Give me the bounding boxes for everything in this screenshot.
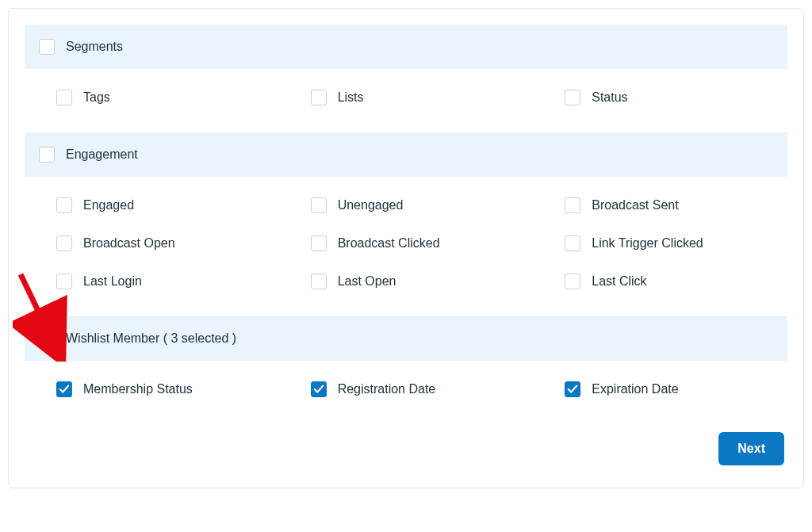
item-last-login: Last Login — [25, 262, 279, 300]
item-tags: Tags — [25, 78, 279, 117]
label-tags: Tags — [83, 90, 110, 105]
label-broadcast-open: Broadcast Open — [83, 236, 175, 251]
checkbox-engaged[interactable] — [56, 197, 72, 213]
item-link-trigger-clicked: Link Trigger Clicked — [533, 224, 787, 262]
section-label-engagement: Engagement — [66, 147, 138, 162]
label-last-login: Last Login — [83, 274, 142, 289]
checkbox-last-login[interactable] — [56, 274, 72, 289]
item-membership-status: Membership Status — [25, 370, 279, 408]
label-broadcast-clicked: Broadcast Clicked — [338, 236, 440, 251]
label-broadcast-sent: Broadcast Sent — [592, 198, 678, 212]
check-icon — [59, 384, 70, 395]
label-expiration-date: Expiration Date — [592, 382, 678, 396]
sub-items-wishlist: Membership Status Registration Date Expi… — [25, 361, 787, 408]
section-header-engagement: Engagement — [25, 132, 787, 177]
checkbox-engagement[interactable] — [39, 147, 55, 163]
item-broadcast-sent: Broadcast Sent — [533, 186, 787, 224]
checkbox-segments[interactable] — [39, 39, 55, 55]
checkbox-registration-date[interactable] — [311, 381, 327, 397]
section-label-wishlist: Wishlist Member ( 3 selected ) — [66, 331, 236, 346]
section-header-wishlist: Wishlist Member ( 3 selected ) — [25, 316, 787, 361]
label-engaged: Engaged — [83, 198, 134, 212]
item-last-open: Last Open — [279, 262, 534, 300]
checkbox-membership-status[interactable] — [56, 381, 72, 397]
item-expiration-date: Expiration Date — [533, 370, 787, 408]
checkbox-lists[interactable] — [311, 90, 327, 105]
checkbox-broadcast-sent[interactable] — [565, 197, 580, 213]
item-lists: Lists — [279, 78, 534, 117]
checkbox-broadcast-clicked[interactable] — [311, 235, 327, 251]
next-button[interactable]: Next — [718, 432, 784, 465]
actions-row: Next — [25, 432, 787, 465]
label-last-open: Last Open — [338, 274, 396, 289]
section-label-segments: Segments — [66, 40, 123, 54]
checkbox-status[interactable] — [565, 90, 580, 105]
check-icon — [313, 384, 324, 395]
label-status: Status — [592, 90, 627, 105]
checkbox-unengaged[interactable] — [311, 197, 327, 213]
item-last-click: Last Click — [533, 262, 787, 300]
checkbox-link-trigger-clicked[interactable] — [565, 235, 580, 251]
label-unengaged: Unengaged — [338, 198, 404, 212]
label-lists: Lists — [338, 90, 364, 105]
label-membership-status: Membership Status — [83, 382, 193, 396]
checkbox-wishlist[interactable] — [39, 331, 55, 346]
checkbox-last-click[interactable] — [565, 274, 580, 289]
item-broadcast-open: Broadcast Open — [25, 224, 279, 262]
section-header-segments: Segments — [25, 25, 787, 69]
check-icon — [567, 384, 578, 395]
checkbox-expiration-date[interactable] — [565, 381, 580, 397]
sub-items-segments: Tags Lists Status — [25, 69, 787, 117]
checkbox-tags[interactable] — [56, 90, 72, 105]
checkbox-last-open[interactable] — [311, 274, 327, 289]
item-unengaged: Unengaged — [279, 186, 534, 224]
sub-items-engagement: Engaged Unengaged Broadcast Sent Broadca… — [25, 177, 787, 300]
checkbox-broadcast-open[interactable] — [56, 235, 72, 251]
item-engaged: Engaged — [25, 186, 279, 224]
item-broadcast-clicked: Broadcast Clicked — [279, 224, 534, 262]
label-link-trigger-clicked: Link Trigger Clicked — [592, 236, 703, 251]
label-registration-date: Registration Date — [338, 382, 436, 396]
check-icon — [41, 333, 52, 344]
item-status: Status — [533, 78, 787, 117]
item-registration-date: Registration Date — [279, 370, 534, 408]
selection-card: Segments Tags Lists Status Engagement En… — [8, 8, 804, 488]
label-last-click: Last Click — [592, 274, 646, 289]
